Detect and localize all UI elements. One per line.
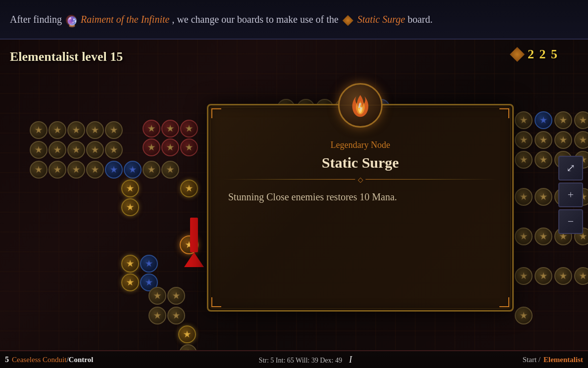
status-board-type: Control [69, 356, 94, 364]
node-lo2[interactable] [167, 287, 185, 305]
item-icon: 🔮 [66, 15, 77, 26]
node-l12[interactable] [49, 161, 66, 179]
node-rb5[interactable] [161, 120, 179, 138]
node-lo3[interactable] [148, 307, 166, 324]
node-l11[interactable] [30, 161, 48, 179]
node-r18[interactable] [535, 228, 552, 245]
node-rb6[interactable] [180, 120, 198, 138]
node-r4[interactable] [574, 111, 588, 129]
board-level-text: Elementalist level 15 [10, 49, 123, 64]
node-rb4[interactable] [143, 120, 160, 138]
node-l15[interactable] [105, 161, 123, 179]
status-level: 5 [5, 355, 9, 364]
node-lo5[interactable] [178, 325, 196, 343]
node-l7[interactable] [49, 141, 66, 159]
tooltip-category: Legendary Node [223, 140, 497, 150]
corner-br [499, 297, 509, 307]
node-r2[interactable] [535, 111, 552, 129]
node-r14[interactable] [535, 188, 552, 206]
zoom-in-button[interactable]: + [558, 183, 583, 207]
node-l5[interactable] [105, 121, 123, 139]
node-blue1[interactable] [140, 255, 158, 273]
status-stats: Str: 5 Int: 65 Will: 39 Dex: 49 [259, 357, 342, 364]
corner-bl [211, 297, 221, 307]
node-r1[interactable] [515, 111, 533, 129]
node-r10[interactable] [535, 151, 552, 169]
node-active4[interactable] [121, 255, 139, 273]
node-lo4[interactable] [167, 307, 185, 324]
node-r6[interactable] [535, 131, 552, 149]
node-l13[interactable] [67, 161, 85, 179]
board-icon [343, 15, 353, 26]
zoom-out-button[interactable]: − [558, 209, 583, 234]
node-tooltip: Legendary Node Static Surge Stunning Clo… [207, 104, 514, 312]
node-l16[interactable] [124, 161, 142, 179]
level-display: Elementalist level 15 [10, 49, 123, 64]
node-rb3[interactable] [180, 138, 198, 156]
node-l14[interactable] [86, 161, 104, 179]
arrow-head [184, 252, 204, 267]
fire-icon [348, 93, 373, 118]
node-l18[interactable] [161, 161, 179, 179]
node-l17[interactable] [143, 161, 160, 179]
node-rb2[interactable] [161, 138, 179, 156]
node-r23[interactable] [554, 267, 572, 285]
node-lo1[interactable] [148, 287, 166, 305]
node-r17[interactable] [515, 228, 533, 245]
status-start-label: Start / [523, 356, 540, 364]
text-middle: , we change our boards to make use of th… [172, 14, 339, 25]
status-end: Start / Elementalist [523, 356, 583, 364]
node-l8[interactable] [67, 141, 85, 159]
currency-icon [510, 47, 525, 62]
corner-tr [499, 108, 509, 118]
tooltip-node-name: Static Surge [223, 154, 497, 171]
node-l2[interactable] [49, 121, 66, 139]
item-name[interactable]: Raiment of the Infinite [81, 14, 169, 25]
corner-tl [211, 108, 221, 118]
arrow-body [190, 218, 198, 252]
status-class-name: Elementalist [543, 356, 583, 364]
node-r22[interactable] [535, 267, 552, 285]
node-r8[interactable] [574, 131, 588, 149]
node-l1[interactable] [30, 121, 48, 139]
tooltip-icon [338, 83, 383, 128]
top-bar: After finding 🔮 Raiment of the Infinite … [0, 0, 588, 40]
node-l9[interactable] [86, 141, 104, 159]
expand-button[interactable]: ⤢ [558, 156, 583, 181]
board-name-link[interactable]: Static Surge [357, 14, 405, 25]
node-r24[interactable] [574, 267, 588, 285]
node-active5[interactable] [121, 274, 139, 291]
status-board-name: Ceaseless Conduit [12, 356, 66, 364]
text-after: board. [407, 14, 433, 25]
node-l6[interactable] [30, 141, 48, 159]
node-r21[interactable] [515, 267, 533, 285]
currency-display: 2 2 5 [510, 47, 558, 62]
node-r13[interactable] [515, 188, 533, 206]
node-lo6[interactable] [179, 344, 197, 350]
node-r3[interactable] [554, 111, 572, 129]
text-before-item: After finding [10, 14, 62, 25]
node-l4[interactable] [86, 121, 104, 139]
node-l3[interactable] [67, 121, 85, 139]
node-active2[interactable] [121, 180, 139, 197]
game-area[interactable]: Elementalist level 15 2 2 5 [0, 40, 588, 350]
status-divider: Str: 5 Int: 65 Will: 39 Dex: 49 I [93, 355, 522, 365]
node-r5[interactable] [515, 131, 533, 149]
currency-amount: 2 2 5 [528, 47, 558, 62]
node-rb1[interactable] [143, 138, 160, 156]
node-r9[interactable] [515, 151, 533, 169]
zoom-controls: ⤢ + − [558, 156, 583, 234]
tooltip-divider [223, 179, 497, 180]
node-r7[interactable] [554, 131, 572, 149]
status-bar: 5 Ceaseless Conduit / Control Str: 5 Int… [0, 350, 588, 368]
top-bar-description: After finding 🔮 Raiment of the Infinite … [10, 12, 433, 26]
node-r25[interactable] [515, 307, 533, 324]
node-l10[interactable] [105, 141, 123, 159]
status-cursor-indicator: I [349, 355, 352, 365]
node-active1[interactable] [180, 180, 198, 197]
tooltip-description: Stunning Close enemies restores 10 Mana. [223, 189, 497, 204]
node-active3[interactable] [121, 198, 139, 216]
